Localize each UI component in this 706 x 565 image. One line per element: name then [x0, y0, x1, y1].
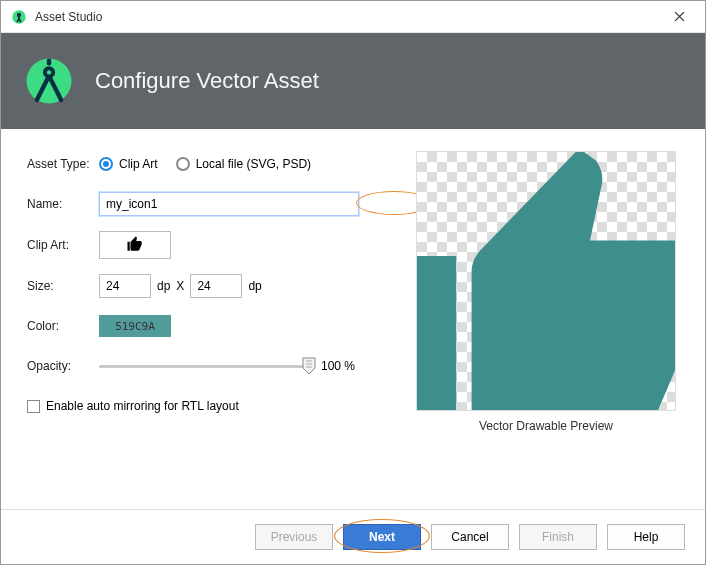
header-title: Configure Vector Asset — [95, 68, 319, 94]
color-label: Color: — [27, 319, 99, 333]
body: Asset Type: Clip Art Local file (SVG, PS… — [1, 129, 705, 509]
preview-box — [416, 151, 676, 411]
titlebar: Asset Studio — [1, 1, 705, 33]
opacity-label: Opacity: — [27, 359, 99, 373]
size-width-input[interactable] — [99, 274, 151, 298]
app-icon — [11, 9, 27, 25]
form-column: Asset Type: Clip Art Local file (SVG, PS… — [27, 151, 387, 499]
footer: Previous Next Cancel Finish Help — [1, 509, 705, 564]
finish-button[interactable]: Finish — [519, 524, 597, 550]
cancel-button[interactable]: Cancel — [431, 524, 509, 550]
size-sep: X — [176, 279, 184, 293]
name-input[interactable] — [99, 192, 359, 216]
window-title: Asset Studio — [35, 10, 659, 24]
thumb-up-icon — [125, 235, 145, 256]
size-label: Size: — [27, 279, 99, 293]
slider-thumb-icon — [302, 357, 316, 375]
checkbox-box-icon — [27, 400, 40, 413]
size-unit-h: dp — [248, 279, 261, 293]
radio-local-file[interactable]: Local file (SVG, PSD) — [176, 157, 311, 171]
opacity-value-text: 100 % — [321, 359, 355, 373]
radio-clip-art[interactable]: Clip Art — [99, 157, 158, 171]
row-opacity: Opacity: 100 % — [27, 353, 387, 379]
next-button[interactable]: Next — [343, 524, 421, 550]
row-size: Size: dp X dp — [27, 273, 387, 299]
size-unit-w: dp — [157, 279, 170, 293]
color-hex-text: 519C9A — [115, 320, 155, 333]
row-clipart: Clip Art: — [27, 231, 387, 259]
preview-caption: Vector Drawable Preview — [479, 419, 613, 433]
help-button[interactable]: Help — [607, 524, 685, 550]
row-color: Color: 519C9A — [27, 313, 387, 339]
rtl-label: Enable auto mirroring for RTL layout — [46, 399, 239, 413]
clipart-picker-button[interactable] — [99, 231, 171, 259]
clipart-label: Clip Art: — [27, 238, 99, 252]
window: Asset Studio Configure Vector Asset Asse… — [0, 0, 706, 565]
rtl-checkbox[interactable]: Enable auto mirroring for RTL layout — [27, 399, 239, 413]
slider-track — [99, 365, 309, 368]
svg-point-5 — [47, 70, 51, 74]
color-swatch[interactable]: 519C9A — [99, 315, 171, 337]
previous-button[interactable]: Previous — [255, 524, 333, 550]
preview-column: Vector Drawable Preview — [413, 151, 679, 499]
radio-local-file-label: Local file (SVG, PSD) — [196, 157, 311, 171]
svg-rect-6 — [47, 58, 51, 65]
android-studio-icon — [23, 55, 75, 107]
asset-type-label: Asset Type: — [27, 157, 99, 171]
thumb-up-icon — [417, 152, 675, 410]
opacity-slider[interactable] — [99, 357, 309, 375]
close-button[interactable] — [659, 3, 699, 31]
radio-dot-icon — [99, 157, 113, 171]
radio-dot-icon — [176, 157, 190, 171]
row-rtl: Enable auto mirroring for RTL layout — [27, 393, 387, 419]
header: Configure Vector Asset — [1, 33, 705, 129]
name-label: Name: — [27, 197, 99, 211]
size-height-input[interactable] — [190, 274, 242, 298]
radio-clip-art-label: Clip Art — [119, 157, 158, 171]
row-name: Name: — [27, 191, 387, 217]
row-asset-type: Asset Type: Clip Art Local file (SVG, PS… — [27, 151, 387, 177]
